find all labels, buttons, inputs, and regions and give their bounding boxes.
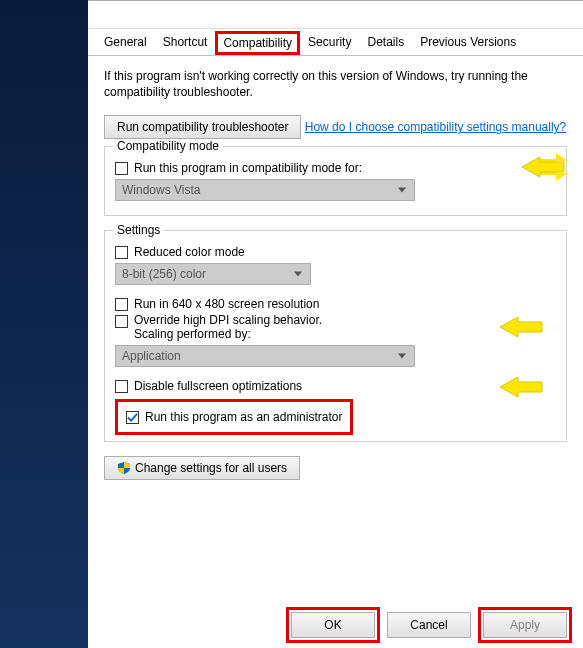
reduced-color-checkbox[interactable]	[115, 246, 128, 259]
shield-icon	[117, 461, 131, 475]
run-as-admin-checkbox[interactable]	[126, 411, 139, 424]
disable-fullscreen-checkbox[interactable]	[115, 380, 128, 393]
tab-compatibility[interactable]: Compatibility	[215, 31, 300, 55]
color-select[interactable]: 8-bit (256) color	[115, 263, 311, 285]
tab-general[interactable]: General	[96, 31, 155, 55]
arrow-icon	[520, 153, 568, 181]
compat-mode-label: Run this program in compatibility mode f…	[134, 161, 362, 175]
dpi-override-label: Override high DPI scaling behavior. Scal…	[134, 313, 322, 341]
tab-details[interactable]: Details	[359, 31, 412, 55]
tab-security[interactable]: Security	[300, 31, 359, 55]
settings-title: Settings	[113, 223, 164, 237]
intro-text: If this program isn't working correctly …	[104, 68, 567, 100]
dpi-scaling-select[interactable]: Application	[115, 345, 415, 367]
change-all-users-button[interactable]: Change settings for all users	[104, 456, 300, 480]
run-troubleshooter-button[interactable]: Run compatibility troubleshooter	[104, 115, 301, 139]
low-res-checkbox[interactable]	[115, 298, 128, 311]
arrow-icon	[498, 373, 546, 401]
help-link[interactable]: How do I choose compatibility settings m…	[305, 120, 566, 134]
dpi-override-checkbox[interactable]	[115, 315, 128, 328]
tab-previous-versions[interactable]: Previous Versions	[412, 31, 524, 55]
ok-button[interactable]: OK	[291, 612, 375, 638]
disable-fullscreen-label: Disable fullscreen optimizations	[134, 379, 302, 393]
apply-button[interactable]: Apply	[483, 612, 567, 638]
tab-shortcut[interactable]: Shortcut	[155, 31, 216, 55]
low-res-label: Run in 640 x 480 screen resolution	[134, 297, 319, 311]
tab-strip: General Shortcut Compatibility Security …	[88, 29, 583, 56]
properties-dialog: General Shortcut Compatibility Security …	[88, 0, 583, 648]
change-all-users-label: Change settings for all users	[135, 461, 287, 475]
arrow-icon	[498, 313, 546, 341]
title-bar	[88, 1, 583, 29]
run-as-admin-label: Run this program as an administrator	[145, 410, 342, 424]
compat-mode-title: Compatibility mode	[113, 139, 223, 153]
reduced-color-label: Reduced color mode	[134, 245, 245, 259]
cancel-button[interactable]: Cancel	[387, 612, 471, 638]
compat-mode-checkbox[interactable]	[115, 162, 128, 175]
compat-mode-select[interactable]: Windows Vista	[115, 179, 415, 201]
